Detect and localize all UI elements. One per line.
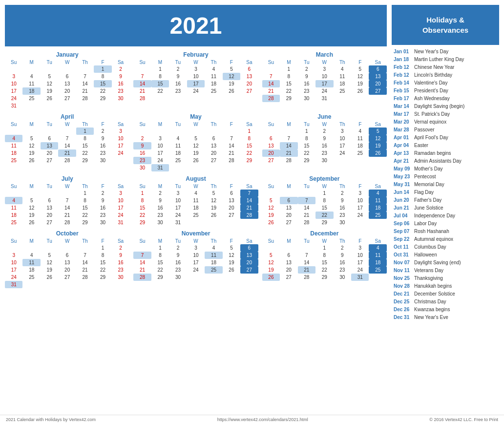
day-cell: 4 [369,244,387,252]
day-cell: 22 [94,87,111,95]
holiday-name: Daylight Saving (end) [414,259,461,266]
day-header: Sa [369,59,387,65]
day-cell: 9 [94,197,111,204]
day-cell: 10 [334,135,351,142]
day-cell: 10 [351,252,369,259]
day-cell: 30 [151,219,169,226]
month-block-october: OctoberSuMTuWThFSa1234567891011121314151… [5,230,129,288]
day-cell: 19 [22,212,40,219]
day-cell: 25 [351,149,369,157]
day-cell [187,274,205,281]
month-block-april: AprilSuMTuWThFSa123456789101112131415161… [5,113,129,171]
day-header: F [351,59,369,65]
day-cell: 22 [298,149,315,157]
day-header: Su [133,59,151,65]
holiday-date: Sep 06 [394,220,412,227]
day-cell: 7 [262,73,280,80]
day-cell [41,281,58,288]
day-header: Tu [298,183,315,190]
day-cell: 19 [22,149,40,157]
day-cell: 8 [76,135,94,142]
holiday-date: Sep 22 [394,235,412,243]
holiday-name: Kwanzaa begins [414,306,450,313]
day-cell [298,244,315,252]
holiday-date: May 23 [394,173,412,180]
day-cell: 12 [223,73,240,80]
holiday-name: Christmas Day [414,298,446,305]
day-cell: 26 [223,266,240,274]
day-header: Tu [41,59,58,65]
day-cell: 25 [205,87,222,95]
holiday-name: Hanukkah begins [414,282,452,290]
day-cell: 2 [334,190,351,197]
day-cell: 29 [94,95,111,102]
day-header: W [315,183,333,190]
day-header: F [351,183,369,190]
day-cell: 28 [240,212,258,219]
day-cell: 15 [280,80,297,87]
day-header: Su [5,183,22,190]
day-cell [351,157,369,164]
holiday-item: Jun 21June Solstice [394,204,497,212]
day-cell: 26 [41,274,58,281]
day-cell: 4 [205,244,222,252]
holiday-date: Oct 11 [394,243,412,251]
day-cell: 17 [169,204,187,212]
day-cell: 20 [223,204,240,212]
day-cell [223,164,240,171]
day-header: F [223,183,240,190]
day-cell: 30 [315,157,333,164]
day-cell: 9 [298,73,315,80]
holiday-date: Sep 07 [394,228,412,235]
holiday-date: Mar 17 [394,110,412,118]
day-header: Sa [369,121,387,127]
day-cell: 9 [169,252,187,259]
day-cell: 13 [58,80,76,87]
day-cell: 13 [262,142,280,149]
day-header: Su [262,121,280,127]
holiday-item: Mar 17St. Patrick's Day [394,110,497,118]
day-cell: 26 [262,274,280,281]
day-header: M [280,238,297,244]
day-cell [169,164,187,171]
day-cell [41,190,58,197]
day-cell [133,65,151,73]
day-cell: 20 [240,259,258,266]
calendar-section: 2021 JanuarySuMTuWThFSa12345678910111213… [5,5,387,410]
day-cell: 6 [240,244,258,252]
month-block-november: NovemberSuMTuWThFSa123456789101112131415… [133,230,258,288]
day-cell: 21 [240,204,258,212]
day-cell: 12 [22,142,40,149]
day-header: W [58,121,76,127]
day-cell: 11 [205,73,222,80]
day-cell: 22 [315,212,333,219]
day-cell: 19 [369,142,387,149]
month-block-july: JulySuMTuWThFSa1234567891011121314151617… [5,175,129,226]
holiday-name: Father's Day [414,196,441,204]
day-cell: 14 [240,197,258,204]
day-cell [41,65,58,73]
holiday-item: Dec 25Christmas Day [394,298,497,305]
day-cell: 25 [169,157,187,164]
holiday-date: Mar 28 [394,126,412,133]
day-cell: 27 [58,95,76,102]
day-cell: 22 [76,149,94,157]
day-cell: 26 [205,212,222,219]
month-block-february: FebruarySuMTuWThFSa123456789101112131415… [133,51,258,109]
holiday-item: Apr 13Ramadan begins [394,149,497,157]
day-header: Tu [298,59,315,65]
day-header: M [151,59,169,65]
day-cell: 17 [151,149,169,157]
day-cell: 19 [351,80,369,87]
day-cell: 14 [58,142,76,149]
day-header: Sa [112,183,130,190]
day-cell: 10 [187,252,205,259]
day-header: W [187,59,205,65]
holidays-panel: Holidays &Observances Jan 01New Year's D… [392,5,499,410]
day-header: M [280,59,297,65]
day-cell: 7 [58,135,76,142]
day-header: M [22,238,40,244]
holiday-item: May 23Pentecost [394,173,497,180]
day-cell: 27 [41,157,58,164]
day-cell: 5 [223,244,240,252]
